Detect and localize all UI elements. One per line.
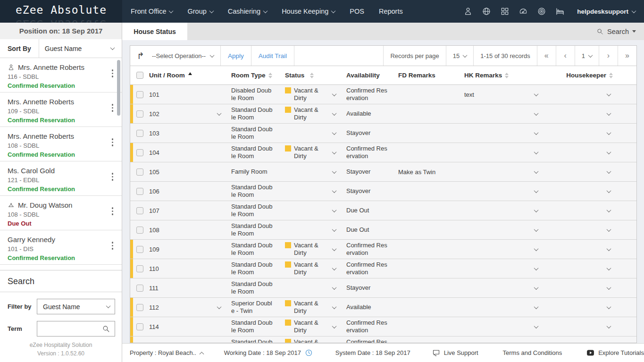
explore-tutorials-link[interactable]: Explore Tutorials (586, 349, 644, 357)
row-checkbox[interactable] (136, 207, 143, 214)
status-dropdown-chevron-icon[interactable] (332, 169, 337, 174)
clock-icon[interactable] (305, 349, 313, 357)
user-icon[interactable] (463, 7, 473, 16)
status-dropdown-chevron-icon[interactable] (332, 92, 337, 96)
row-checkbox[interactable] (136, 343, 143, 343)
hk-remarks-dropdown-chevron-icon[interactable] (534, 169, 539, 174)
terms-link[interactable]: Terms and Conditions (503, 349, 562, 356)
menu-group[interactable]: Group (187, 8, 213, 15)
hk-remarks-dropdown-chevron-icon[interactable] (534, 92, 539, 96)
status-dropdown-chevron-icon[interactable] (332, 266, 337, 270)
property-selector[interactable]: Property : Royal Beach.. (130, 349, 203, 356)
row-checkbox[interactable] (136, 323, 143, 330)
guest-actions-menu-icon[interactable] (112, 138, 114, 146)
expand-row-chevron-icon[interactable] (217, 111, 221, 116)
housekeeper-dropdown-chevron-icon[interactable] (607, 188, 611, 193)
apps-grid-icon[interactable] (500, 7, 510, 16)
row-checkbox[interactable] (136, 304, 143, 311)
operation-select[interactable]: --Select Operation-- (151, 46, 221, 66)
housekeeper-dropdown-chevron-icon[interactable] (607, 246, 611, 251)
guest-card[interactable]: Ms. Carol Gold121 - EDBLConfirmed Reserv… (0, 161, 122, 196)
hk-remarks-dropdown-chevron-icon[interactable] (534, 150, 539, 154)
housekeeper-dropdown-chevron-icon[interactable] (607, 111, 611, 116)
hk-remarks-dropdown-chevron-icon[interactable] (534, 208, 539, 212)
eye-icon[interactable] (537, 7, 546, 16)
next-page-button[interactable]: › (599, 46, 618, 66)
row-checkbox[interactable] (136, 130, 143, 137)
status-dropdown-chevron-icon[interactable] (332, 208, 337, 212)
last-page-button[interactable]: » (618, 46, 636, 66)
hk-remarks-dropdown-chevron-icon[interactable] (534, 188, 539, 193)
housekeeper-dropdown-chevron-icon[interactable] (607, 304, 611, 309)
app-logo[interactable]: eZee Absolute eZee Absolute (0, 0, 122, 23)
bed-icon[interactable] (555, 7, 565, 16)
live-support-link[interactable]: Live Support (432, 349, 478, 357)
hk-remarks-dropdown-chevron-icon[interactable] (534, 246, 539, 251)
audit-trail-button[interactable]: Audit Trail (251, 46, 294, 66)
housekeeper-dropdown-chevron-icon[interactable] (607, 169, 611, 174)
hk-remarks-dropdown-chevron-icon[interactable] (534, 304, 539, 309)
globe-icon[interactable] (482, 7, 491, 16)
col-status[interactable]: Status (281, 72, 326, 79)
tab-house-status[interactable]: House Status (122, 23, 187, 40)
status-dropdown-chevron-icon[interactable] (332, 111, 337, 116)
sort-by-select[interactable]: Guest Name (39, 39, 122, 58)
housekeeper-dropdown-chevron-icon[interactable] (607, 130, 611, 135)
hk-remarks-dropdown-chevron-icon[interactable] (534, 130, 539, 135)
hk-remarks-dropdown-chevron-icon[interactable] (534, 266, 539, 270)
status-dropdown-chevron-icon[interactable] (332, 150, 337, 154)
row-checkbox[interactable] (136, 246, 143, 253)
housekeeper-dropdown-chevron-icon[interactable] (607, 285, 611, 290)
term-input[interactable] (43, 321, 102, 336)
housekeeper-dropdown-chevron-icon[interactable] (607, 150, 611, 154)
status-dropdown-chevron-icon[interactable] (332, 304, 337, 309)
housekeeper-dropdown-chevron-icon[interactable] (607, 92, 611, 96)
status-dropdown-chevron-icon[interactable] (332, 246, 337, 251)
search-toggle[interactable]: Search (588, 23, 644, 40)
person-icon[interactable] (8, 64, 15, 71)
guest-card[interactable]: Garry Kennedy101 - DISConfirmed Reservat… (0, 230, 122, 265)
menu-reports[interactable]: Reports (379, 8, 403, 15)
guest-card[interactable]: Mrs. Annette Roberts108 - SDBLConfirmed … (0, 127, 122, 161)
housekeeper-dropdown-chevron-icon[interactable] (607, 324, 611, 328)
filter-by-select[interactable]: Guest Name (37, 299, 115, 314)
col-hk-remarks[interactable]: HK Remarks (460, 72, 542, 79)
status-dropdown-chevron-icon[interactable] (332, 130, 337, 135)
row-checkbox[interactable] (136, 168, 143, 176)
guest-card[interactable]: Mrs. Annette Roberts109 - SDBLConfirmed … (0, 93, 122, 127)
bell-icon[interactable] (8, 202, 15, 209)
row-checkbox[interactable] (136, 91, 143, 98)
status-dropdown-chevron-icon[interactable] (332, 324, 337, 328)
hk-remarks-dropdown-chevron-icon[interactable] (534, 324, 539, 328)
search-icon[interactable] (102, 325, 110, 333)
col-room-type[interactable]: Room Type (227, 72, 281, 79)
guest-actions-menu-icon[interactable] (112, 207, 114, 215)
status-dropdown-chevron-icon[interactable] (332, 285, 337, 290)
menu-pos[interactable]: POS (350, 8, 364, 15)
hk-remarks-dropdown-chevron-icon[interactable] (534, 227, 539, 232)
menu-house-keeping[interactable]: House Keeping (282, 8, 335, 15)
select-all-checkbox[interactable] (136, 72, 143, 79)
menu-front-office[interactable]: Front Office (131, 8, 173, 15)
guest-actions-menu-icon[interactable] (112, 173, 114, 181)
row-checkbox[interactable] (136, 285, 143, 292)
menu-cashiering[interactable]: Cashiering (228, 8, 267, 15)
guest-card[interactable]: Mrs. Annette Roberts116 - SDBLConfirmed … (0, 58, 122, 93)
row-checkbox[interactable] (136, 149, 143, 156)
row-checkbox[interactable] (136, 188, 143, 195)
housekeeper-dropdown-chevron-icon[interactable] (607, 227, 611, 232)
apply-button[interactable]: Apply (221, 46, 251, 66)
account-menu[interactable]: helpdesksupport (577, 8, 636, 15)
first-page-button[interactable]: « (537, 46, 556, 66)
col-housekeeper[interactable]: Housekeeper (542, 72, 636, 79)
row-checkbox[interactable] (136, 110, 143, 118)
guest-list-scrollbar[interactable] (117, 60, 120, 116)
status-dropdown-chevron-icon[interactable] (332, 227, 337, 232)
housekeeper-dropdown-chevron-icon[interactable] (607, 208, 611, 212)
hk-remarks-dropdown-chevron-icon[interactable] (534, 111, 539, 116)
guest-actions-menu-icon[interactable] (112, 69, 114, 77)
row-checkbox[interactable] (136, 227, 143, 234)
col-unit-room[interactable]: Unit / Room (149, 72, 210, 79)
guest-actions-menu-icon[interactable] (112, 104, 114, 112)
row-checkbox[interactable] (136, 265, 143, 272)
